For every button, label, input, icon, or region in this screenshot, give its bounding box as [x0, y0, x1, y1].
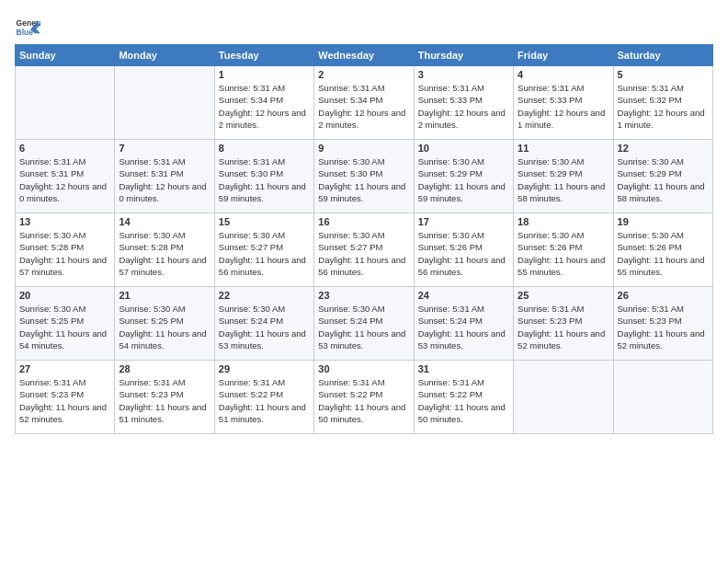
header-tuesday: Tuesday [214, 45, 313, 66]
cell-info: Sunrise: 5:30 AMSunset: 5:29 PMDaylight:… [618, 155, 709, 204]
page-header: General Blue [15, 15, 713, 40]
cell-info: Sunrise: 5:31 AMSunset: 5:34 PMDaylight:… [219, 82, 310, 131]
day-number: 25 [518, 290, 609, 301]
day-number: 15 [219, 216, 310, 227]
cell-info: Sunrise: 5:30 AMSunset: 5:25 PMDaylight:… [119, 303, 210, 351]
calendar-cell: 10Sunrise: 5:30 AMSunset: 5:29 PMDayligh… [414, 140, 513, 213]
calendar-cell: 31Sunrise: 5:31 AMSunset: 5:22 PMDayligh… [414, 361, 513, 434]
day-number: 5 [618, 69, 709, 80]
calendar-cell: 17Sunrise: 5:30 AMSunset: 5:26 PMDayligh… [414, 213, 513, 287]
calendar-cell: 3Sunrise: 5:31 AMSunset: 5:33 PMDaylight… [414, 66, 513, 140]
calendar-cell: 12Sunrise: 5:30 AMSunset: 5:29 PMDayligh… [613, 140, 712, 213]
calendar-cell: 19Sunrise: 5:30 AMSunset: 5:26 PMDayligh… [613, 213, 712, 287]
calendar-cell: 23Sunrise: 5:30 AMSunset: 5:24 PMDayligh… [314, 287, 414, 361]
cell-info: Sunrise: 5:30 AMSunset: 5:29 PMDaylight:… [518, 155, 609, 204]
cell-info: Sunrise: 5:30 AMSunset: 5:26 PMDaylight:… [418, 229, 509, 278]
header-monday: Monday [115, 45, 214, 66]
calendar-cell: 22Sunrise: 5:30 AMSunset: 5:24 PMDayligh… [214, 287, 313, 361]
day-number: 9 [318, 143, 409, 154]
cell-info: Sunrise: 5:31 AMSunset: 5:32 PMDaylight:… [618, 82, 709, 131]
calendar-cell: 27Sunrise: 5:31 AMSunset: 5:23 PMDayligh… [16, 361, 115, 434]
day-number: 19 [618, 216, 709, 227]
day-number: 23 [318, 290, 409, 301]
cell-info: Sunrise: 5:31 AMSunset: 5:30 PMDaylight:… [219, 155, 310, 204]
day-number: 18 [518, 216, 609, 227]
calendar-cell [613, 361, 712, 434]
calendar-cell: 7Sunrise: 5:31 AMSunset: 5:31 PMDaylight… [115, 140, 214, 213]
day-number: 22 [219, 290, 310, 301]
calendar-cell: 26Sunrise: 5:31 AMSunset: 5:23 PMDayligh… [613, 287, 712, 361]
cell-info: Sunrise: 5:31 AMSunset: 5:24 PMDaylight:… [418, 303, 509, 351]
cell-info: Sunrise: 5:31 AMSunset: 5:33 PMDaylight:… [518, 82, 609, 131]
calendar-cell: 6Sunrise: 5:31 AMSunset: 5:31 PMDaylight… [16, 140, 115, 213]
calendar-cell [115, 66, 214, 140]
calendar-cell: 5Sunrise: 5:31 AMSunset: 5:32 PMDaylight… [613, 66, 712, 140]
day-number: 13 [19, 216, 110, 227]
day-number: 2 [318, 69, 409, 80]
cell-info: Sunrise: 5:31 AMSunset: 5:22 PMDaylight:… [219, 376, 310, 425]
cell-info: Sunrise: 5:31 AMSunset: 5:31 PMDaylight:… [19, 155, 110, 204]
header-friday: Friday [514, 45, 613, 66]
calendar-cell: 21Sunrise: 5:30 AMSunset: 5:25 PMDayligh… [115, 287, 214, 361]
cell-info: Sunrise: 5:30 AMSunset: 5:26 PMDaylight:… [618, 229, 709, 278]
calendar-cell: 30Sunrise: 5:31 AMSunset: 5:22 PMDayligh… [314, 361, 414, 434]
day-number: 16 [318, 216, 409, 227]
day-number: 24 [418, 290, 509, 301]
day-number: 10 [418, 143, 509, 154]
calendar-cell: 18Sunrise: 5:30 AMSunset: 5:26 PMDayligh… [514, 213, 613, 287]
cell-info: Sunrise: 5:30 AMSunset: 5:25 PMDaylight:… [19, 303, 110, 351]
cell-info: Sunrise: 5:30 AMSunset: 5:24 PMDaylight:… [219, 303, 310, 351]
cell-info: Sunrise: 5:31 AMSunset: 5:31 PMDaylight:… [119, 155, 210, 204]
header-thursday: Thursday [414, 45, 513, 66]
day-number: 8 [219, 143, 310, 154]
cell-info: Sunrise: 5:30 AMSunset: 5:26 PMDaylight:… [518, 229, 609, 278]
calendar-week-3: 13Sunrise: 5:30 AMSunset: 5:28 PMDayligh… [16, 213, 713, 287]
day-number: 30 [318, 363, 409, 374]
cell-info: Sunrise: 5:31 AMSunset: 5:23 PMDaylight:… [518, 303, 609, 351]
cell-info: Sunrise: 5:31 AMSunset: 5:22 PMDaylight:… [318, 376, 409, 425]
calendar-cell: 15Sunrise: 5:30 AMSunset: 5:27 PMDayligh… [214, 213, 313, 287]
cell-info: Sunrise: 5:31 AMSunset: 5:23 PMDaylight:… [19, 376, 110, 425]
day-number: 4 [518, 69, 609, 80]
calendar-header-row: SundayMondayTuesdayWednesdayThursdayFrid… [16, 45, 713, 66]
calendar-body: 1Sunrise: 5:31 AMSunset: 5:34 PMDaylight… [16, 66, 713, 434]
day-number: 17 [418, 216, 509, 227]
day-number: 1 [219, 69, 310, 80]
calendar-cell: 1Sunrise: 5:31 AMSunset: 5:34 PMDaylight… [214, 66, 313, 140]
calendar-cell: 28Sunrise: 5:31 AMSunset: 5:23 PMDayligh… [115, 361, 214, 434]
calendar-cell: 9Sunrise: 5:30 AMSunset: 5:30 PMDaylight… [314, 140, 414, 213]
calendar-cell [16, 66, 115, 140]
day-number: 31 [418, 363, 509, 374]
header-sunday: Sunday [16, 45, 115, 66]
day-number: 12 [618, 143, 709, 154]
day-number: 3 [418, 69, 509, 80]
cell-info: Sunrise: 5:30 AMSunset: 5:27 PMDaylight:… [219, 229, 310, 278]
logo: General Blue [15, 15, 40, 40]
day-number: 20 [19, 290, 110, 301]
cell-info: Sunrise: 5:30 AMSunset: 5:24 PMDaylight:… [318, 303, 409, 351]
calendar-week-4: 20Sunrise: 5:30 AMSunset: 5:25 PMDayligh… [16, 287, 713, 361]
calendar-cell: 14Sunrise: 5:30 AMSunset: 5:28 PMDayligh… [115, 213, 214, 287]
calendar-cell: 8Sunrise: 5:31 AMSunset: 5:30 PMDaylight… [214, 140, 313, 213]
header-saturday: Saturday [613, 45, 712, 66]
day-number: 14 [119, 216, 210, 227]
header-wednesday: Wednesday [314, 45, 414, 66]
cell-info: Sunrise: 5:30 AMSunset: 5:28 PMDaylight:… [19, 229, 110, 278]
calendar-week-1: 1Sunrise: 5:31 AMSunset: 5:34 PMDaylight… [16, 66, 713, 140]
calendar-week-5: 27Sunrise: 5:31 AMSunset: 5:23 PMDayligh… [16, 361, 713, 434]
calendar-cell: 16Sunrise: 5:30 AMSunset: 5:27 PMDayligh… [314, 213, 414, 287]
calendar-cell: 25Sunrise: 5:31 AMSunset: 5:23 PMDayligh… [514, 287, 613, 361]
logo-icon: General Blue [15, 15, 40, 40]
cell-info: Sunrise: 5:30 AMSunset: 5:27 PMDaylight:… [318, 229, 409, 278]
day-number: 27 [19, 363, 110, 374]
cell-info: Sunrise: 5:31 AMSunset: 5:23 PMDaylight:… [618, 303, 709, 351]
day-number: 28 [119, 363, 210, 374]
cell-info: Sunrise: 5:31 AMSunset: 5:22 PMDaylight:… [418, 376, 509, 425]
day-number: 26 [618, 290, 709, 301]
day-number: 11 [518, 143, 609, 154]
calendar-cell: 2Sunrise: 5:31 AMSunset: 5:34 PMDaylight… [314, 66, 414, 140]
day-number: 21 [119, 290, 210, 301]
cell-info: Sunrise: 5:31 AMSunset: 5:33 PMDaylight:… [418, 82, 509, 131]
calendar-cell: 29Sunrise: 5:31 AMSunset: 5:22 PMDayligh… [214, 361, 313, 434]
calendar-table: SundayMondayTuesdayWednesdayThursdayFrid… [15, 44, 713, 434]
